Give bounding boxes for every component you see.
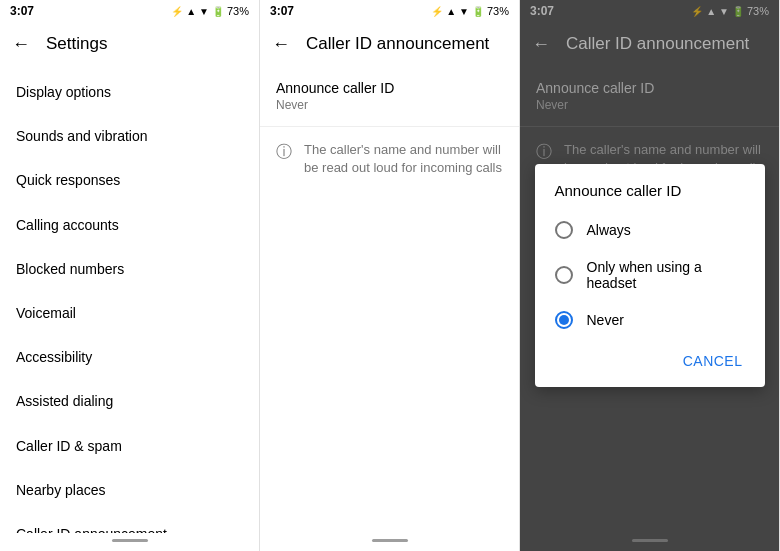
back-button-1[interactable]: ← bbox=[12, 34, 30, 55]
nav-bar-2 bbox=[260, 533, 519, 551]
option-never-label: Never bbox=[587, 312, 624, 328]
back-button-2[interactable]: ← bbox=[272, 34, 290, 55]
status-bar-2: 3:07 ⚡ ▲ ▼ 🔋 73% bbox=[260, 0, 519, 22]
header-title-2: Caller ID announcement bbox=[306, 34, 489, 54]
menu-item-quick[interactable]: Quick responses bbox=[0, 158, 259, 202]
status-bar-1: 3:07 ⚡ ▲ ▼ 🔋 73% bbox=[0, 0, 259, 22]
info-icon: ⓘ bbox=[276, 142, 292, 163]
menu-item-callerid[interactable]: Caller ID announcement bbox=[0, 512, 259, 533]
radio-never[interactable] bbox=[555, 311, 573, 329]
radio-headset[interactable] bbox=[555, 266, 573, 284]
dialog-option-never[interactable]: Never bbox=[535, 301, 765, 339]
announce-row[interactable]: Announce caller ID Never bbox=[260, 66, 519, 127]
battery-pct-2: 73% bbox=[487, 5, 509, 17]
menu-item-nearby[interactable]: Nearby places bbox=[0, 468, 259, 512]
status-icons-1: ⚡ ▲ ▼ 🔋 73% bbox=[171, 5, 249, 17]
settings-list: Display options Sounds and vibration Qui… bbox=[0, 66, 259, 533]
menu-item-voicemail[interactable]: Voicemail bbox=[0, 291, 259, 335]
option-headset-label: Only when using a headset bbox=[587, 259, 745, 291]
caller-id-panel: 3:07 ⚡ ▲ ▼ 🔋 73% ← Caller ID announcemen… bbox=[260, 0, 520, 551]
wifi-icon-2: ▲ bbox=[446, 6, 456, 17]
info-row: ⓘ The caller's name and number will be r… bbox=[260, 127, 519, 191]
time-2: 3:07 bbox=[270, 4, 294, 18]
time-1: 3:07 bbox=[10, 4, 34, 18]
nav-indicator-2 bbox=[372, 539, 408, 542]
settings-panel: 3:07 ⚡ ▲ ▼ 🔋 73% ← Settings Display opti… bbox=[0, 0, 260, 551]
battery-icon-1: 🔋 bbox=[212, 6, 224, 17]
battery-pct-1: 73% bbox=[227, 5, 249, 17]
battery-icon-2: 🔋 bbox=[472, 6, 484, 17]
dialog-option-headset[interactable]: Only when using a headset bbox=[535, 249, 765, 301]
menu-item-accessibility[interactable]: Accessibility bbox=[0, 335, 259, 379]
dialog-actions: Cancel bbox=[535, 339, 765, 387]
announce-caller-dialog: Announce caller ID Always Only when usin… bbox=[535, 164, 765, 387]
menu-item-assisted[interactable]: Assisted dialing bbox=[0, 379, 259, 423]
dialog-option-always[interactable]: Always bbox=[535, 211, 765, 249]
announce-label: Announce caller ID bbox=[276, 80, 503, 96]
radio-never-inner bbox=[559, 315, 569, 325]
menu-item-sounds[interactable]: Sounds and vibration bbox=[0, 114, 259, 158]
caller-id-dialog-panel: 3:07 ⚡ ▲ ▼ 🔋 73% ← Caller ID announcemen… bbox=[520, 0, 780, 551]
caller-id-content: Announce caller ID Never ⓘ The caller's … bbox=[260, 66, 519, 533]
menu-item-display[interactable]: Display options bbox=[0, 70, 259, 114]
info-text: The caller's name and number will be rea… bbox=[304, 141, 503, 177]
menu-item-callerid-spam[interactable]: Caller ID & spam bbox=[0, 424, 259, 468]
bolt-icon-2: ⚡ bbox=[431, 6, 443, 17]
menu-item-blocked[interactable]: Blocked numbers bbox=[0, 247, 259, 291]
header-1: ← Settings bbox=[0, 22, 259, 66]
signal-icon-1: ▼ bbox=[199, 6, 209, 17]
menu-item-calling[interactable]: Calling accounts bbox=[0, 203, 259, 247]
header-title-1: Settings bbox=[46, 34, 107, 54]
option-always-label: Always bbox=[587, 222, 631, 238]
header-2: ← Caller ID announcement bbox=[260, 22, 519, 66]
cancel-button[interactable]: Cancel bbox=[673, 345, 753, 377]
dialog-overlay: Announce caller ID Always Only when usin… bbox=[520, 0, 779, 551]
signal-icon-2: ▼ bbox=[459, 6, 469, 17]
announce-value: Never bbox=[276, 98, 503, 112]
bolt-icon-1: ⚡ bbox=[171, 6, 183, 17]
nav-indicator-1 bbox=[112, 539, 148, 542]
status-icons-2: ⚡ ▲ ▼ 🔋 73% bbox=[431, 5, 509, 17]
wifi-icon-1: ▲ bbox=[186, 6, 196, 17]
dialog-title: Announce caller ID bbox=[535, 164, 765, 211]
nav-bar-1 bbox=[0, 533, 259, 551]
radio-always[interactable] bbox=[555, 221, 573, 239]
